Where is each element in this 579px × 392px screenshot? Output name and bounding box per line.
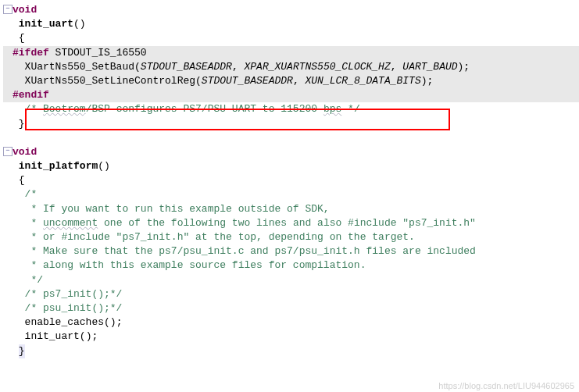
macro: STDOUT_BASEADDR: [202, 75, 293, 87]
comment: * uncomment one of the following two lin…: [13, 217, 476, 229]
function-name: init_uart: [19, 18, 73, 30]
comment: * or #include "ps7_init.h" at the top, d…: [13, 231, 415, 243]
code-line: /*: [3, 187, 579, 201]
comment: /* psu_init();*/: [13, 302, 122, 314]
paren: ();: [104, 316, 122, 328]
code-line: /* ps7_init();*/: [3, 287, 579, 301]
sep: ,: [391, 61, 403, 73]
code-line: {: [3, 173, 579, 187]
signature: (): [73, 18, 86, 30]
code-line: #ifdef STDOUT_IS_16550: [3, 46, 579, 60]
comment-text: Bootrom: [43, 103, 86, 115]
macro: XUN_LCR_8_DATA_BITS: [306, 75, 421, 87]
comment-text: bps: [323, 103, 341, 115]
comment: */: [13, 274, 43, 286]
call: XUartNs550_SetLineControlReg: [13, 75, 195, 87]
watermark-text: https://blog.csdn.net/LIU944602965: [438, 381, 574, 390]
function-name: init_platform: [19, 160, 98, 172]
brace-close: }: [19, 118, 25, 130]
comment: * Make sure that the ps7/psu_init.c and …: [13, 245, 476, 257]
comment: /* Bootrom/BSP configures PS7/PSU UART t…: [13, 103, 360, 115]
comment: /*: [13, 188, 37, 200]
preproc-ifdef: #ifdef: [13, 47, 49, 59]
comment: /* ps7_init();*/: [13, 288, 122, 300]
code-line: }: [3, 344, 579, 358]
brace-open: {: [19, 32, 25, 44]
code-line: * or #include "ps7_init.h" at the top, d…: [3, 230, 579, 244]
macro: UART_BAUD: [402, 61, 457, 73]
code-line: {: [3, 31, 579, 45]
sep: ,: [232, 61, 245, 73]
code-line: enable_caches();: [3, 315, 579, 330]
call: enable_caches: [13, 316, 104, 328]
macro-name: STDOUT_IS_16550: [49, 47, 147, 59]
comment: * along with this example source files f…: [13, 259, 366, 271]
code-line: }: [3, 117, 579, 131]
code-line: /* psu_init();*/: [3, 301, 579, 315]
code-line: * Make sure that the ps7/psu_init.c and …: [3, 244, 579, 258]
code-line: /* Bootrom/BSP configures PS7/PSU UART t…: [3, 102, 579, 116]
paren: );: [421, 75, 434, 87]
code-line: init_platform(): [3, 159, 579, 173]
paren: (: [134, 61, 141, 73]
code-line: −void: [3, 3, 579, 17]
comment-text: /BSP configures PS7/PSU UART to 115200: [86, 103, 323, 115]
code-line: * along with this example source files f…: [3, 258, 579, 273]
comment-text: uncomment: [43, 217, 98, 229]
code-line: −void: [3, 145, 579, 159]
code-line: * uncomment one of the following two lin…: [3, 216, 579, 230]
comment: * If you want to run this example outsid…: [13, 203, 330, 215]
paren: ();: [80, 330, 98, 342]
macro: XPAR_XUARTNS550_CLOCK_HZ: [244, 61, 390, 73]
keyword-void: void: [13, 4, 37, 16]
code-line: * If you want to run this example outsid…: [3, 202, 579, 216]
fold-toggle-icon[interactable]: −: [3, 5, 13, 14]
call: XUartNs550_SetBaud: [13, 61, 134, 73]
paren: );: [458, 61, 470, 73]
keyword-void: void: [13, 146, 37, 158]
paren: (: [195, 75, 202, 87]
blank-line: [3, 131, 579, 145]
call: init_uart: [13, 330, 80, 342]
code-line: */: [3, 273, 579, 287]
signature: (): [98, 160, 110, 172]
fold-toggle-icon[interactable]: −: [3, 147, 13, 156]
sep: ,: [293, 75, 306, 87]
comment-text: *: [13, 217, 43, 229]
code-line: init_uart(): [3, 17, 579, 31]
code-line: XUartNs550_SetLineControlReg(STDOUT_BASE…: [3, 74, 579, 88]
comment-text: */: [341, 103, 359, 115]
cursor-highlight: }: [19, 344, 25, 358]
inactive-ifdef-block: #ifdef STDOUT_IS_16550 XUartNs550_SetBau…: [3, 46, 579, 103]
code-line: init_uart();: [3, 330, 579, 344]
comment-text: /*: [13, 103, 43, 115]
macro: STDOUT_BASEADDR: [141, 61, 232, 73]
code-line: XUartNs550_SetBaud(STDOUT_BASEADDR, XPAR…: [3, 60, 579, 74]
brace-open: {: [19, 174, 25, 186]
preproc-endif: #endif: [13, 89, 49, 101]
code-line: #endif: [3, 88, 579, 102]
brace-close: }: [19, 345, 25, 357]
comment-text: one of the following two lines and also …: [98, 217, 476, 229]
code-editor[interactable]: −void init_uart() { #ifdef STDOUT_IS_165…: [0, 0, 579, 362]
